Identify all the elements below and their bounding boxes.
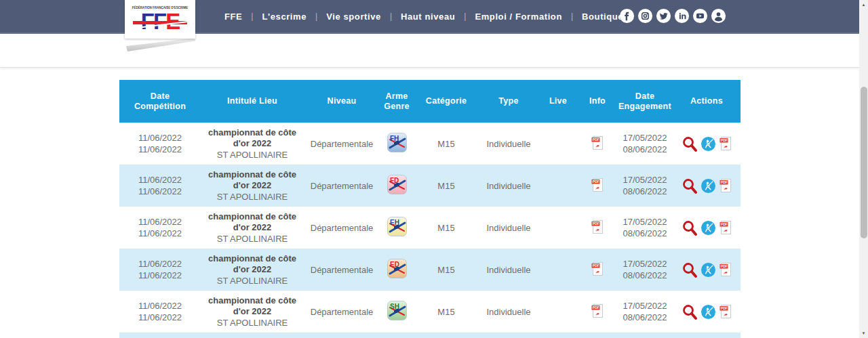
cell-date-engagement: 17/05/202208/06/2022: [617, 291, 673, 333]
cell-date-competition: [119, 333, 201, 338]
scrollbar-up-icon[interactable]: ▲: [859, 0, 868, 9]
info-pdf-icon[interactable]: PDF: [591, 303, 604, 319]
facebook-icon[interactable]: [619, 8, 635, 24]
menu-item-vie-sportive[interactable]: Vie sportive: [317, 12, 390, 22]
column-header-categorie: Catégorie: [414, 80, 479, 123]
column-header-label: Live: [538, 96, 578, 106]
menu-item-haut-niveau[interactable]: Haut niveau: [392, 12, 464, 22]
competition-type: Individuelle: [479, 139, 538, 149]
cell-arme-genre: EH: [380, 207, 414, 249]
fencer-icon[interactable]: [701, 263, 715, 277]
fencer-icon[interactable]: [701, 179, 715, 193]
competition-title: championnat de côte d'or 2022: [201, 211, 304, 234]
ffe-logo[interactable]: FÉDÉRATION FRANÇAISE D'ESCRIME FFE: [125, 0, 195, 39]
weapon-eh-icon: EH: [387, 217, 407, 236]
scrollbar-thumb[interactable]: [861, 87, 867, 238]
cell-type: Individuelle: [479, 249, 538, 291]
table-row: 11/06/202211/06/2022championnat de côte …: [119, 207, 741, 249]
column-header-type: Type: [479, 80, 538, 123]
svg-text:PDF: PDF: [593, 138, 599, 142]
account-icon[interactable]: [711, 8, 726, 24]
pdf-download-icon[interactable]: PDF: [719, 219, 732, 236]
fencer-icon[interactable]: [701, 305, 715, 319]
competition-title: championnat de côte d'or 2022: [201, 127, 304, 150]
column-header-label: Arme: [380, 91, 414, 102]
linkedin-icon[interactable]: [674, 8, 690, 24]
scrollbar-down-icon[interactable]: ▼: [859, 329, 868, 338]
search-icon[interactable]: [682, 303, 698, 320]
pdf-download-icon[interactable]: PDF: [719, 135, 732, 152]
competition-category: M15: [414, 223, 479, 233]
cell-info: PDF: [578, 165, 617, 207]
column-header-label: Date: [617, 91, 673, 102]
engagement-close-date: 08/06/2022: [617, 228, 673, 239]
cell-live: [538, 165, 578, 207]
menu-item-ffe[interactable]: FFE: [216, 12, 251, 22]
column-header-actions: Actions: [673, 80, 741, 123]
engagement-open-date: 17/05/2022: [617, 132, 673, 144]
cell-info: PDF: [578, 123, 617, 165]
competition-level: Départementale: [304, 139, 380, 149]
engagement-open-date: 17/05/2022: [617, 258, 673, 270]
svg-text:PDF: PDF: [593, 221, 599, 226]
column-header-date-competition: DateCompétition: [119, 80, 201, 123]
search-icon[interactable]: [682, 261, 698, 278]
engagement-close-date: 08/06/2022: [617, 144, 673, 155]
search-icon[interactable]: [682, 219, 698, 236]
svg-text:FH: FH: [390, 135, 399, 142]
fencer-icon[interactable]: [701, 137, 715, 151]
engagement-open-date: 17/05/2022: [617, 300, 673, 312]
cell-categorie: [414, 333, 479, 338]
weapon-ed-icon: ED: [387, 259, 407, 278]
cell-type: Individuelle: [479, 123, 538, 165]
competition-level: Départementale: [304, 223, 380, 233]
fencer-icon[interactable]: [701, 221, 715, 235]
menu-item-l-escrime[interactable]: L'escrime: [253, 12, 315, 22]
column-header-label: Info: [578, 96, 617, 106]
vertical-scrollbar[interactable]: ▲ ▼: [859, 0, 868, 338]
column-header-label: Intitulé Lieu: [201, 96, 304, 106]
table-row: 11/06/202211/06/2022championnat de côte …: [119, 165, 741, 207]
info-pdf-icon[interactable]: PDF: [591, 219, 604, 235]
cell-intitule-lieu: championnat de côte d'or 2022ST APOLLINA…: [201, 165, 304, 207]
cell-actions: PDF: [673, 291, 741, 333]
info-pdf-icon[interactable]: PDF: [591, 177, 604, 193]
cell-actions: PDF: [673, 249, 741, 291]
pdf-download-icon[interactable]: PDF: [719, 303, 732, 320]
weapon-fh-icon: FH: [387, 133, 407, 152]
column-header-label: Compétition: [119, 102, 201, 112]
menu-item-emploi-formation[interactable]: Emploi / Formation: [466, 12, 571, 22]
competition-start-date: 11/06/2022: [119, 216, 201, 228]
youtube-icon[interactable]: [692, 8, 708, 24]
cell-categorie: M15: [414, 249, 479, 291]
pdf-download-icon[interactable]: PDF: [719, 177, 732, 194]
cell-info: PDF: [578, 249, 617, 291]
twitter-icon[interactable]: [656, 8, 671, 24]
cell-categorie: M15: [414, 207, 479, 249]
competition-end-date: 11/06/2022: [119, 270, 201, 281]
engagement-close-date: 08/06/2022: [617, 270, 673, 281]
pdf-download-icon[interactable]: PDF: [719, 261, 732, 278]
search-icon[interactable]: [682, 135, 698, 152]
competition-location: ST APOLLINAIRE: [201, 192, 304, 202]
competition-type: Individuelle: [479, 223, 538, 233]
instagram-icon[interactable]: [637, 8, 653, 24]
svg-text:PDF: PDF: [720, 264, 727, 268]
cell-date-engagement: 17/05/202208/06/2022: [617, 165, 673, 207]
competition-type: Individuelle: [479, 307, 538, 317]
cell-intitule-lieu: championnat de côte d'or 2022ST APOLLINA…: [201, 291, 304, 333]
engagement-close-date: 08/06/2022: [617, 186, 673, 197]
competition-end-date: 11/06/2022: [119, 186, 201, 197]
search-icon[interactable]: [682, 177, 698, 194]
cell-actions: [673, 333, 741, 338]
info-pdf-icon[interactable]: PDF: [591, 135, 604, 151]
info-pdf-icon[interactable]: PDF: [591, 261, 604, 277]
competition-title: championnat de côte d'or 2022: [201, 295, 304, 318]
cell-live: [538, 207, 578, 249]
cell-niveau: [304, 333, 380, 338]
column-header-label: Niveau: [304, 96, 380, 106]
cell-arme-genre: FH: [380, 123, 414, 165]
column-header-label: Genre: [380, 102, 414, 112]
cell-date-engagement: 17/05/202208/06/2022: [617, 207, 673, 249]
competition-end-date: 11/06/2022: [119, 144, 201, 155]
